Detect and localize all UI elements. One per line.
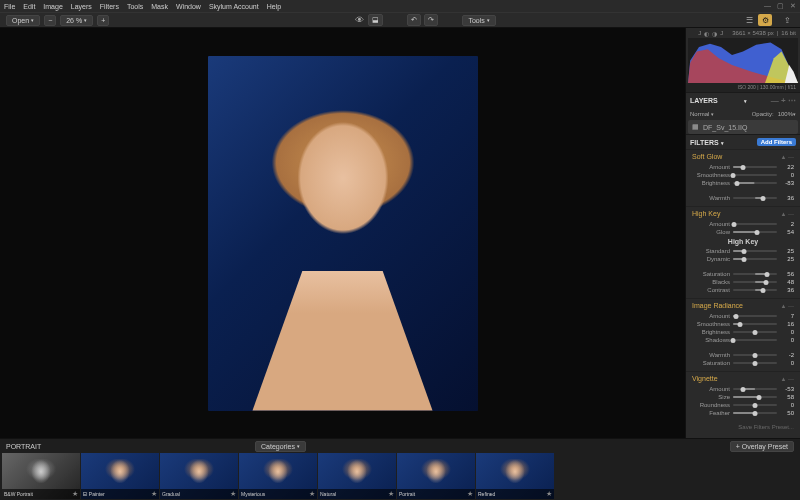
export-button[interactable]: ⇪ bbox=[780, 14, 794, 26]
preset-thumb[interactable]: Refined★ bbox=[476, 453, 554, 499]
opacity-value[interactable]: 100%▾ bbox=[778, 111, 796, 117]
slider-size[interactable]: Size58 bbox=[692, 394, 794, 400]
compare-button[interactable]: ⬓ bbox=[368, 14, 383, 26]
presets-title: PORTRAIT bbox=[6, 443, 41, 450]
menu-account[interactable]: Skylum Account bbox=[209, 3, 259, 10]
zoom-in-button[interactable]: + bbox=[97, 15, 109, 26]
undo-button[interactable]: ↶ bbox=[407, 14, 421, 26]
menu-image[interactable]: Image bbox=[43, 3, 62, 10]
filters-panel-header[interactable]: FILTERS bbox=[690, 139, 719, 146]
zoom-level[interactable]: 26 % ▾ bbox=[60, 15, 93, 26]
slider-saturation[interactable]: Saturation56 bbox=[692, 271, 794, 277]
preset-thumb[interactable]: Natural★ bbox=[318, 453, 396, 499]
slider-shadows[interactable]: Shadows0 bbox=[692, 337, 794, 343]
menu-mask[interactable]: Mask bbox=[151, 3, 168, 10]
presets-panel: PORTRAIT Categories ▾ + Overlay Preset B… bbox=[0, 438, 800, 500]
histo-clip-icon[interactable]: ◐ bbox=[704, 30, 709, 37]
slider-feather[interactable]: Feather50 bbox=[692, 410, 794, 416]
filter-section-soft glow[interactable]: Soft Glow▲ ⋯ bbox=[692, 153, 794, 160]
histo-clip2-icon[interactable]: ◑ bbox=[712, 30, 717, 37]
preset-thumb[interactable]: Gradual★ bbox=[160, 453, 238, 499]
minimize-icon[interactable]: — bbox=[764, 2, 771, 10]
menu-tools[interactable]: Tools bbox=[127, 3, 143, 10]
panel-toggle-right[interactable]: ⚙ bbox=[758, 14, 772, 26]
slider-smoothness[interactable]: Smoothness0 bbox=[692, 172, 794, 178]
slider-amount[interactable]: Amount2 bbox=[692, 221, 794, 227]
layer-name: DF_Sv_15.IIQ bbox=[703, 124, 747, 131]
redo-button[interactable]: ↷ bbox=[424, 14, 438, 26]
eye-icon[interactable]: 👁 bbox=[355, 15, 364, 25]
slider-smoothness[interactable]: Smoothness16 bbox=[692, 321, 794, 327]
preset-thumb[interactable]: Mysterious★ bbox=[239, 453, 317, 499]
menu-help[interactable]: Help bbox=[267, 3, 281, 10]
categories-button[interactable]: Categories ▾ bbox=[255, 441, 306, 452]
filter-section-vignette[interactable]: Vignette▲ ⋯ bbox=[692, 375, 794, 382]
opacity-label: Opacity: bbox=[752, 111, 774, 117]
menu-layers[interactable]: Layers bbox=[71, 3, 92, 10]
save-preset-button[interactable]: Save Filters Preset... bbox=[686, 421, 800, 433]
canvas[interactable] bbox=[0, 28, 685, 438]
filter-section-image radiance[interactable]: Image Radiance▲ ⋯ bbox=[692, 302, 794, 309]
window-controls: — ▢ ✕ bbox=[764, 2, 796, 10]
tools-button[interactable]: Tools ▾ bbox=[462, 15, 495, 26]
zoom-out-button[interactable]: − bbox=[44, 15, 56, 26]
slider-warmth[interactable]: Warmth-2 bbox=[692, 352, 794, 358]
toolbar: Open ▾ − 26 % ▾ + 👁 ⬓ ↶ ↷ Tools ▾ ☰ ⚙ ⇪ bbox=[0, 12, 800, 28]
preset-thumb[interactable]: B&W Portrait★ bbox=[2, 453, 80, 499]
blend-mode[interactable]: Normal ▾ bbox=[690, 111, 714, 117]
filter-section-high key[interactable]: High Key▲ ⋯ bbox=[692, 210, 794, 217]
slider-glow[interactable]: Glow54 bbox=[692, 229, 794, 235]
slider-dynamic[interactable]: Dynamic25 bbox=[692, 256, 794, 262]
maximize-icon[interactable]: ▢ bbox=[777, 2, 784, 10]
layers-panel-header[interactable]: LAYERS▾ — + ⋯ bbox=[686, 92, 800, 108]
image-dims: 3661 × 5438 px bbox=[732, 30, 774, 36]
panel-toggle-left[interactable]: ☰ bbox=[742, 14, 756, 26]
menu-filters[interactable]: Filters bbox=[100, 3, 119, 10]
slider-saturation[interactable]: Saturation0 bbox=[692, 360, 794, 366]
histo-j-icon[interactable]: J bbox=[698, 30, 701, 36]
histogram bbox=[688, 38, 798, 83]
image-bit: 16 bit bbox=[781, 30, 796, 36]
overlay-preset-button[interactable]: + Overlay Preset bbox=[730, 441, 794, 452]
preset-thumb[interactable]: Portrait★ bbox=[397, 453, 475, 499]
menu-file[interactable]: File bbox=[4, 3, 15, 10]
slider-amount[interactable]: Amount22 bbox=[692, 164, 794, 170]
slider-contrast[interactable]: Contrast36 bbox=[692, 287, 794, 293]
slider-brightness[interactable]: Brightness-83 bbox=[692, 180, 794, 186]
layer-icon: ▦ bbox=[692, 123, 699, 131]
slider-amount[interactable]: Amount7 bbox=[692, 313, 794, 319]
photo-preview bbox=[208, 56, 478, 411]
open-button[interactable]: Open ▾ bbox=[6, 15, 40, 26]
histo-j2-icon[interactable]: J bbox=[720, 30, 723, 36]
slider-roundness[interactable]: Roundness0 bbox=[692, 402, 794, 408]
close-icon[interactable]: ✕ bbox=[790, 2, 796, 10]
slider-amount[interactable]: Amount-53 bbox=[692, 386, 794, 392]
menu-window[interactable]: Window bbox=[176, 3, 201, 10]
preset-thumb[interactable]: El Painter★ bbox=[81, 453, 159, 499]
sidebar: J ◐ ◑ J 3661 × 5438 px | 16 bit ISO 200 … bbox=[685, 28, 800, 438]
slider-standard[interactable]: Standard25 bbox=[692, 248, 794, 254]
add-filters-button[interactable]: Add Filters bbox=[757, 138, 796, 146]
slider-brightness[interactable]: Brightness0 bbox=[692, 329, 794, 335]
slider-warmth[interactable]: Warmth36 bbox=[692, 195, 794, 201]
menu-edit[interactable]: Edit bbox=[23, 3, 35, 10]
menubar: File Edit Image Layers Filters Tools Mas… bbox=[0, 0, 800, 12]
layer-item[interactable]: ▦ DF_Sv_15.IIQ bbox=[688, 120, 798, 134]
slider-blacks[interactable]: Blacks48 bbox=[692, 279, 794, 285]
